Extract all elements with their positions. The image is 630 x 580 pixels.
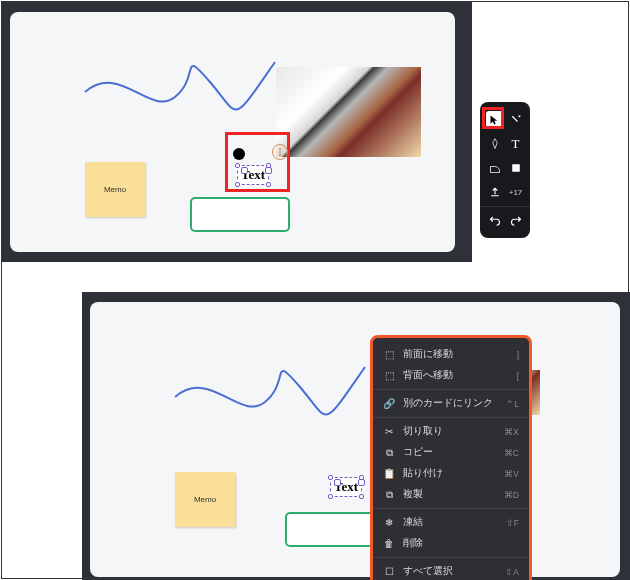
menu-item-label: 凍結 — [403, 516, 498, 529]
menu-item-icon: ⬚ — [383, 349, 395, 360]
menu-item-label: 貼り付け — [403, 467, 496, 480]
menu-item-label: 削除 — [403, 537, 511, 550]
context-menu-item[interactable]: ⧉複製⌘D — [373, 484, 529, 505]
menu-item-shortcut: ⌘V — [504, 469, 519, 479]
menu-item-shortcut: ⌃L — [506, 399, 519, 409]
menu-item-icon: ✂ — [383, 426, 395, 437]
sticky-label: Memo — [104, 185, 126, 194]
sticky-note[interactable]: Memo — [175, 472, 235, 527]
menu-item-label: 背面へ移動 — [403, 369, 509, 382]
text-node-content: Text — [241, 167, 265, 182]
context-menu-item[interactable]: ⧉コピー⌘C — [373, 442, 529, 463]
menu-item-shortcut: ⇧F — [506, 518, 519, 528]
shape-tool[interactable] — [486, 159, 504, 177]
menu-item-label: コピー — [403, 446, 496, 459]
dot-object[interactable] — [233, 148, 245, 160]
shape-rect[interactable] — [190, 197, 290, 232]
context-menu-item[interactable]: 🗑削除 — [373, 533, 529, 554]
context-menu-item[interactable]: ⬚背面へ移動[ — [373, 365, 529, 386]
menu-item-shortcut: ⌘X — [504, 427, 519, 437]
canvas[interactable]: Memo Text ⬚前面に移動]⬚背面へ移動[🔗別のカードにリンク⌃L✂切り取… — [90, 302, 620, 577]
menu-item-icon: ⬚ — [383, 370, 395, 381]
sticky-label: Memo — [194, 495, 216, 504]
menu-item-icon: 📋 — [383, 468, 395, 479]
menu-item-icon: ❄ — [383, 517, 395, 528]
menu-item-label: 切り取り — [403, 425, 496, 438]
menu-item-icon: 🔗 — [383, 398, 395, 409]
redo-button[interactable] — [507, 211, 525, 229]
menu-item-icon: ⧉ — [383, 447, 395, 459]
menu-item-label: 別のカードにリンク — [403, 397, 498, 410]
photo-object[interactable] — [276, 67, 421, 157]
context-menu-item[interactable]: ☐すべて選択⇧A — [373, 561, 529, 580]
magic-tool[interactable] — [507, 111, 525, 129]
toolbar: T +17 — [480, 102, 530, 238]
menu-item-label: 前面に移動 — [403, 348, 509, 361]
plus-count[interactable]: +17 — [507, 183, 525, 201]
menu-item-label: 複製 — [403, 488, 496, 501]
square-tool[interactable] — [507, 159, 525, 177]
cursor-tool[interactable] — [486, 111, 504, 129]
canvas[interactable]: Memo Text — [10, 12, 455, 252]
context-menu: ⬚前面に移動]⬚背面へ移動[🔗別のカードにリンク⌃L✂切り取り⌘X⧉コピー⌘C📋… — [370, 335, 532, 580]
more-options-icon[interactable] — [272, 144, 288, 160]
menu-item-shortcut: ⇧A — [505, 567, 519, 577]
app-panel-top: Memo Text — [2, 2, 472, 262]
text-node-selected[interactable]: Text — [330, 477, 362, 497]
app-panel-bottom: Memo Text ⬚前面に移動]⬚背面へ移動[🔗別のカードにリンク⌃L✂切り取… — [82, 292, 630, 580]
pen-tool[interactable] — [486, 135, 504, 153]
menu-item-icon: 🗑 — [383, 538, 395, 549]
menu-item-shortcut: ] — [517, 350, 519, 360]
context-menu-item[interactable]: 🔗別のカードにリンク⌃L — [373, 393, 529, 414]
menu-item-shortcut: ⌘C — [504, 448, 519, 458]
menu-item-shortcut: [ — [517, 371, 519, 381]
upload-tool[interactable] — [486, 183, 504, 201]
text-node-selected[interactable]: Text — [237, 165, 269, 185]
menu-item-icon: ☐ — [383, 566, 395, 577]
menu-item-label: すべて選択 — [403, 565, 497, 578]
text-node-content: Text — [334, 479, 358, 494]
context-menu-item[interactable]: 📋貼り付け⌘V — [373, 463, 529, 484]
menu-item-shortcut: ⌘D — [504, 490, 519, 500]
context-menu-item[interactable]: ✂切り取り⌘X — [373, 421, 529, 442]
menu-item-icon: ⧉ — [383, 489, 395, 501]
context-menu-item[interactable]: ⬚前面に移動] — [373, 344, 529, 365]
svg-rect-0 — [512, 164, 520, 172]
sticky-note[interactable]: Memo — [85, 162, 145, 217]
undo-button[interactable] — [486, 211, 504, 229]
context-menu-item[interactable]: ❄凍結⇧F — [373, 512, 529, 533]
text-tool[interactable]: T — [507, 135, 525, 153]
